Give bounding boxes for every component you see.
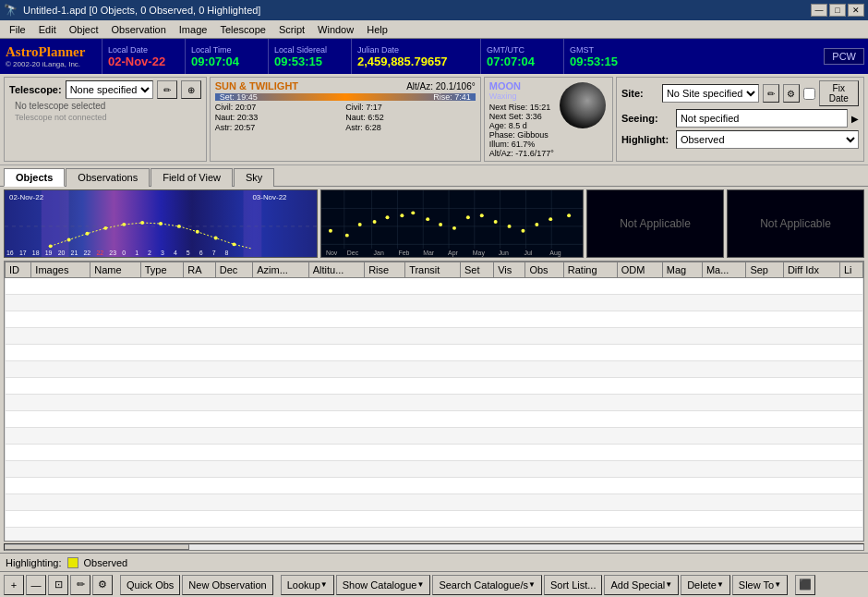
- col-ra[interactable]: RA: [184, 262, 215, 278]
- copy-button[interactable]: ⊡: [48, 575, 68, 595]
- moon-illum: Illum: 61.7%: [489, 140, 554, 149]
- annual-chart: Nov Dec Jan Feb Mar Apr May Jun Jul Aug: [320, 189, 584, 258]
- fix-date-button[interactable]: Fix Date: [819, 80, 859, 106]
- svg-point-61: [480, 213, 484, 217]
- moon-phase: Phase: Gibbous: [489, 130, 554, 140]
- minimize-button[interactable]: —: [811, 4, 827, 17]
- moon-waxing: Waxing: [489, 91, 554, 101]
- telescope-add-button[interactable]: ⊕: [181, 80, 201, 99]
- col-ma[interactable]: Ma...: [702, 262, 745, 278]
- svg-text:3: 3: [161, 250, 164, 256]
- menu-bar: File Edit Object Observation Image Teles…: [0, 20, 868, 39]
- close-button[interactable]: ✕: [848, 4, 864, 17]
- site-select[interactable]: No Site specified: [662, 84, 759, 103]
- show-catalogue-button[interactable]: Show Catalogue: [336, 575, 431, 595]
- col-sep[interactable]: Sep: [746, 262, 784, 278]
- col-diff-idx[interactable]: Diff Idx: [783, 262, 839, 278]
- menu-object[interactable]: Object: [64, 22, 104, 37]
- brand-copyright: © 2002-20 iLanga, Inc.: [6, 60, 96, 68]
- slew-to-button[interactable]: Slew To: [732, 575, 788, 595]
- local-time-value: 09:07:04: [191, 55, 262, 68]
- scroll-track[interactable]: [4, 543, 864, 551]
- image-button[interactable]: ⬛: [795, 575, 815, 595]
- not-applicable-chart-2: Not Applicable: [727, 189, 864, 258]
- menu-image[interactable]: Image: [174, 22, 213, 37]
- tab-field-of-view[interactable]: Field of View: [151, 168, 233, 187]
- no-telescope-text: No telescope selected: [9, 101, 201, 111]
- moon-altaz: Alt/Az: -71.6/177°: [489, 149, 554, 158]
- col-name[interactable]: Name: [90, 262, 140, 278]
- tab-sky[interactable]: Sky: [234, 168, 274, 187]
- table-row: [6, 328, 863, 345]
- tab-observations[interactable]: Observations: [66, 168, 150, 187]
- highlight-label: Highlight:: [621, 134, 672, 145]
- menu-file[interactable]: File: [4, 22, 31, 37]
- scroll-thumb[interactable]: [5, 544, 189, 550]
- table-row: [6, 428, 863, 445]
- add-special-button[interactable]: Add Special: [604, 575, 679, 595]
- col-transit[interactable]: Transit: [405, 262, 461, 278]
- table-row: [6, 395, 863, 411]
- new-observation-button[interactable]: New Observation: [182, 575, 272, 595]
- sun-civil-left: Civil: 20:07: [215, 103, 345, 112]
- seeing-value[interactable]: Not specified: [676, 109, 848, 128]
- menu-observation[interactable]: Observation: [106, 22, 172, 37]
- svg-point-31: [159, 222, 163, 225]
- col-odm[interactable]: ODM: [617, 262, 662, 278]
- sort-list-button[interactable]: Sort List...: [544, 575, 603, 595]
- local-sidereal-value: 09:53:15: [274, 55, 345, 68]
- col-type[interactable]: Type: [140, 262, 184, 278]
- col-images[interactable]: Images: [31, 262, 90, 278]
- col-rating[interactable]: Rating: [563, 262, 617, 278]
- svg-point-27: [85, 232, 89, 236]
- maximize-button[interactable]: □: [829, 4, 846, 17]
- menu-script[interactable]: Script: [273, 22, 310, 37]
- moon-next-set: Next Set: 3:36: [489, 112, 554, 121]
- lookup-button[interactable]: Lookup: [281, 575, 334, 595]
- menu-telescope[interactable]: Telescope: [214, 22, 271, 37]
- objects-table: ID Images Name Type RA Dec Azim... Altit…: [5, 262, 863, 542]
- delete-button[interactable]: Delete: [681, 575, 730, 595]
- svg-point-34: [214, 237, 218, 240]
- col-obs[interactable]: Obs: [525, 262, 563, 278]
- horizontal-scrollbar[interactable]: [4, 542, 864, 553]
- highlight-select[interactable]: Observed: [676, 130, 859, 149]
- telescope-edit-button[interactable]: ✏: [157, 80, 177, 99]
- remove-button[interactable]: —: [26, 575, 46, 595]
- tonight-chart: 02-Nov-22 03-Nov-22 16 17 18 19 20 21 22…: [4, 189, 318, 258]
- add-button[interactable]: +: [4, 575, 24, 595]
- menu-edit[interactable]: Edit: [33, 22, 62, 37]
- telescope-select[interactable]: None specified: [66, 80, 153, 99]
- search-catalogue-button[interactable]: Search Catalogue/s: [432, 575, 542, 595]
- panels-row: Telescope: None specified ✏ ⊕ No telesco…: [0, 74, 868, 165]
- col-id[interactable]: ID: [6, 262, 31, 278]
- svg-point-65: [535, 223, 538, 226]
- col-rise[interactable]: Rise: [365, 262, 405, 278]
- site-checkbox[interactable]: [803, 88, 815, 100]
- settings-button[interactable]: ⚙: [92, 575, 113, 595]
- col-mag[interactable]: Mag: [662, 262, 702, 278]
- col-azim[interactable]: Azim...: [253, 262, 308, 278]
- site-edit-button[interactable]: ✏: [763, 84, 779, 103]
- svg-point-33: [196, 230, 199, 234]
- objects-table-container[interactable]: ID Images Name Type RA Dec Azim... Altit…: [4, 261, 864, 542]
- site-settings-button[interactable]: ⚙: [783, 84, 800, 103]
- sun-naut-left: Naut: 20:33: [215, 113, 345, 122]
- highlight-status: Observed: [84, 557, 128, 568]
- edit-button[interactable]: ✏: [70, 575, 90, 595]
- local-date-cell: Local Date 02-Nov-22: [102, 39, 185, 74]
- pcw-button[interactable]: PCW: [824, 48, 864, 65]
- col-set[interactable]: Set: [461, 262, 494, 278]
- col-vis[interactable]: Vis: [494, 262, 525, 278]
- svg-point-53: [373, 220, 377, 224]
- quick-obs-button[interactable]: Quick Obs: [120, 575, 180, 595]
- col-li[interactable]: Li: [839, 262, 862, 278]
- tab-objects[interactable]: Objects: [4, 168, 65, 187]
- svg-text:20: 20: [58, 250, 66, 256]
- table-row: [6, 461, 863, 478]
- menu-window[interactable]: Window: [312, 22, 359, 37]
- col-altit[interactable]: Altitu...: [308, 262, 364, 278]
- menu-help[interactable]: Help: [361, 22, 393, 37]
- col-dec[interactable]: Dec: [215, 262, 253, 278]
- moon-next-rise: Next Rise: 15:21: [489, 103, 554, 112]
